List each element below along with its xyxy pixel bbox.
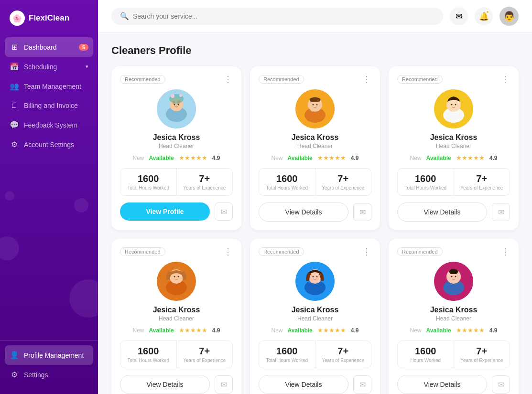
exp-stat-6: 7+ Years of Experience [454,341,510,368]
sidebar-item-dashboard[interactable]: ⊞ Dashboard 5 [5,37,93,57]
sidebar-item-feedback[interactable]: 💬 Feedback System [0,115,98,135]
exp-num-2: 7+ [319,173,368,184]
mail-button-2[interactable]: ✉ [353,203,371,221]
cleaner-role-6: Head Cleaner [436,315,471,322]
hours-label-1: Total Hours Worked [124,185,173,191]
more-options-button[interactable]: ⋮ [224,75,233,84]
sidebar-item-label: Scheduling [24,63,57,71]
sidebar-item-label: Settings [24,371,48,379]
exp-stat-4: 7+ Years of Experience [177,341,233,368]
sidebar: 🌸 FlexiClean ⊞ Dashboard 5 📅 Scheduling … [0,0,98,394]
more-options-button-3[interactable]: ⋮ [501,75,510,84]
view-details-button-5[interactable]: View Details [259,375,348,394]
hours-stat-4: 1600 Total Hours Worked [120,341,177,368]
status-new-5: New [271,327,283,334]
hours-num-4: 1600 [124,346,173,357]
status-row-3: New Available ★★★★★ 4.9 [410,154,498,161]
recommended-badge-5: Recommended [259,247,304,256]
search-icon: 🔍 [120,12,129,21]
avatar-1 [157,89,196,128]
sidebar-item-scheduling[interactable]: 📅 Scheduling ▾ [0,57,98,76]
svg-point-5 [174,104,175,106]
card-actions-5: View Details ✉ [259,375,371,394]
hours-stat-3: 1600 Total Hours Worked [398,169,454,195]
dashboard-icon: ⊞ [10,43,19,52]
cleaner-role-2: Head Cleaner [297,143,333,149]
mail-button[interactable]: ✉ [450,7,468,25]
stats-row-1: 1600 Total Hours Worked 7+ Years of Expe… [120,168,233,196]
stars-3: ★★★★★ [456,154,485,161]
search-bar[interactable]: 🔍 [111,8,443,25]
avatar-2 [295,89,335,128]
hours-stat-6: 1600 Hours Worked [398,341,454,368]
exp-stat-3: 7+ Years of Experience [454,169,510,195]
rating-1: 4.9 [212,155,220,161]
card-actions-6: View Details ✉ [397,375,510,394]
exp-label-5: Years of Experience [319,358,368,363]
card-top-2: Recommended ⋮ [259,75,371,84]
logo-icon: 🌸 [10,11,25,26]
exp-label-1: Years of Experience [181,185,229,191]
stars-2: ★★★★★ [317,154,346,161]
exp-num-5: 7+ [319,346,368,357]
status-new-2: New [271,155,283,161]
svg-point-20 [455,104,456,106]
cleaner-card-3: Recommended ⋮ Jesica Kross Head Cl [389,66,519,230]
more-options-button-2[interactable]: ⋮ [362,75,371,84]
hours-stat-5: 1600 Total Hours Worked [259,341,315,368]
card-top-3: Recommended ⋮ [397,75,510,84]
mail-button-4[interactable]: ✉ [215,375,233,394]
sidebar-item-label: Feedback System [24,121,77,129]
view-details-button-3[interactable]: View Details [397,202,487,222]
status-new-6: New [410,327,422,334]
mail-button-5[interactable]: ✉ [353,375,371,394]
more-options-button-6[interactable]: ⋮ [501,247,510,256]
user-avatar[interactable]: 👨 [499,7,519,26]
hours-stat-2: 1600 Total Hours Worked [259,169,315,195]
more-options-button-5[interactable]: ⋮ [362,247,371,256]
stars-6: ★★★★★ [456,327,485,334]
rating-3: 4.9 [489,155,498,161]
search-input[interactable] [133,12,434,20]
card-top-1: Recommended ⋮ [120,75,233,84]
sidebar-item-profile-management[interactable]: 👤 Profile Management [5,345,93,365]
recommended-badge-3: Recommended [397,75,443,84]
topbar: 🔍 ✉ 🔔 👨 [98,0,532,33]
exp-label-6: Years of Experience [458,358,506,363]
more-options-button-4[interactable]: ⋮ [224,247,233,256]
hours-label-3: Total Hours Worked [402,185,450,191]
mail-button-1[interactable]: ✉ [215,202,233,221]
hours-num-5: 1600 [263,346,311,357]
cleaner-card-2: Recommended ⋮ Je [250,66,380,230]
status-available-5: Available [288,327,313,334]
mail-icon: ✉ [456,11,462,21]
view-profile-button-1[interactable]: View Profile [120,202,210,221]
sidebar-item-account-settings[interactable]: ⚙ Account Settings [0,135,98,154]
stars-1: ★★★★★ [179,154,207,161]
sidebar-item-settings[interactable]: ⚙ Settings [0,365,98,384]
view-details-button-2[interactable]: View Details [259,202,348,222]
logo-text: FlexiClean [29,13,69,23]
profile-mgmt-icon: 👤 [10,351,19,360]
sidebar-item-team[interactable]: 👥 Team Management [0,76,98,96]
notifications-button[interactable]: 🔔 [475,7,493,25]
cleaner-name-4: Jesica Kross [153,306,200,314]
exp-label-3: Years of Experience [458,185,506,191]
status-row-4: New Available ★★★★★ 4.9 [133,327,220,334]
sidebar-item-label: Profile Management [24,351,84,359]
svg-point-35 [455,276,456,277]
svg-point-29 [313,276,314,277]
avatar-3 [434,89,473,128]
exp-stat-2: 7+ Years of Experience [315,169,371,195]
sidebar-nav: ⊞ Dashboard 5 📅 Scheduling ▾ 👥 Team Mana… [0,34,98,340]
sidebar-item-label: Billing and Invoice [24,102,78,109]
mail-button-3[interactable]: ✉ [492,203,510,221]
view-details-button-4[interactable]: View Details [120,375,210,394]
hours-label-4: Total Hours Worked [124,358,173,363]
exp-label-4: Years of Experience [181,358,229,363]
view-details-button-6[interactable]: View Details [397,375,487,394]
page-title: Cleaners Profile [111,44,519,57]
sidebar-item-billing[interactable]: 🗒 Billing and Invoice [0,96,98,115]
topbar-icons: ✉ 🔔 👨 [450,7,519,26]
mail-button-6[interactable]: ✉ [492,375,510,394]
